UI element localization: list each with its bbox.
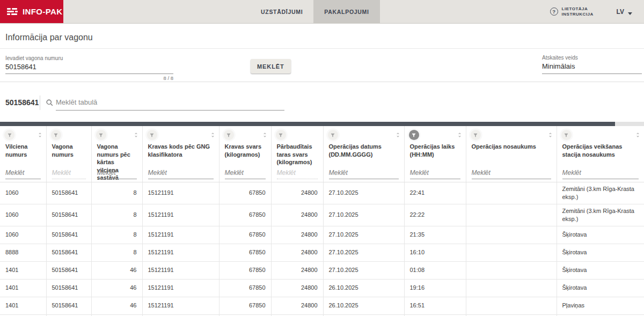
table-row: 106050158641815121191678502480027.10.202… (0, 182, 644, 204)
filter-icon[interactable] (328, 130, 338, 140)
column-filter-input[interactable] (410, 169, 460, 179)
table-cell: 50158641 (46, 204, 91, 226)
column-header: Pārbaudītais taras svars (kilogramos) (271, 126, 323, 182)
column-filter-input[interactable] (97, 169, 137, 179)
filter-icon[interactable] (224, 130, 234, 140)
table-cell: Šķirotava (557, 261, 644, 279)
table-cell: 8 (91, 182, 142, 204)
sort-icon[interactable] (262, 132, 268, 138)
table-cell: 24800 (271, 244, 323, 261)
chevron-down-icon (628, 12, 632, 15)
appbar-right: ? LIETOTĀJA INSTRUKCIJA LV (550, 0, 644, 23)
filter-icon[interactable] (96, 130, 106, 140)
search-button[interactable]: MEKLĒT (251, 59, 291, 74)
table-cell: Pļaviņas (557, 297, 644, 314)
table-cell: 67850 (219, 261, 271, 279)
filter-icon[interactable] (561, 130, 572, 140)
table-search-input[interactable] (56, 97, 284, 111)
table-cell: 67850 (219, 204, 271, 226)
table-cell: Šķirotava (557, 226, 644, 244)
sort-icon[interactable] (457, 132, 463, 138)
tab-pakalpojumi[interactable]: PAKALPOJUMI (313, 0, 379, 23)
help-icon: ? (550, 8, 558, 16)
nav-tabs: UZSTĀDĪJUMI PAKALPOJUMI (250, 0, 380, 23)
table-cell: 46 (91, 297, 142, 314)
table-cell: 8 (91, 244, 142, 261)
column-title: Vagona numurs (47, 140, 91, 158)
table-cell: 67850 (219, 182, 271, 204)
column-filter-input[interactable] (225, 169, 266, 179)
sort-icon[interactable] (635, 132, 641, 138)
table-cell: 8888 (0, 244, 46, 261)
toolbar-divider (40, 95, 40, 110)
column-header: Vagona numurs (46, 126, 91, 182)
filter-icon[interactable] (471, 130, 481, 140)
column-header: Operācijas veikšanas stacija nosaukums (557, 126, 644, 182)
column-title: Vilciena numurs (0, 140, 46, 158)
tab-uzstadijumi[interactable]: UZSTĀDĪJUMI (250, 0, 313, 23)
table-cell: 46 (91, 279, 142, 297)
search-form: Ievadiet vagona numuru 8 / 8 MEKLĒT Atsk… (0, 49, 644, 82)
report-type-select[interactable]: Atskaites veids Minimālais (542, 55, 642, 74)
table-cell (466, 204, 557, 226)
table-cell: 8 (91, 226, 142, 244)
column-filter-input (277, 169, 318, 179)
table-cell (466, 244, 557, 261)
table-cell: 50158641 (46, 297, 91, 314)
sort-icon[interactable] (395, 132, 401, 138)
column-filter-input (52, 169, 86, 179)
table-cell: 24800 (271, 204, 323, 226)
sort-icon[interactable] (37, 132, 43, 138)
language-code: LV (617, 8, 624, 16)
table-row: 888850158641815121191678502480027.10.202… (0, 244, 644, 261)
table-cell: 24800 (271, 279, 323, 297)
table-cell: 1060 (0, 226, 46, 244)
sort-icon[interactable] (133, 132, 139, 138)
wagon-number-input[interactable] (5, 61, 173, 74)
table-cell: 16:10 (404, 244, 466, 261)
app-logo[interactable]: INFO-PAK (0, 0, 63, 23)
table-row: 106050158641815121191678502480027.10.202… (0, 204, 644, 226)
column-title: Operācijas nosaukums (466, 140, 557, 151)
user-manual-link[interactable]: ? LIETOTĀJA INSTRUKCIJA (550, 6, 601, 17)
table-toolbar: 50158641 (0, 82, 644, 122)
search-icon (46, 99, 54, 109)
page-title: Informācija par vagonu (5, 33, 93, 42)
column-filter-input[interactable] (5, 169, 41, 179)
app-bar: INFO-PAK UZSTĀDĪJUMI PAKALPOJUMI ? LIETO… (0, 0, 644, 24)
table-cell: 67850 (219, 244, 271, 261)
table-cell: 1060 (0, 204, 46, 226)
column-filter-input[interactable] (472, 169, 551, 179)
table-cell: 24800 (271, 297, 323, 314)
column-filter-input[interactable] (148, 169, 214, 179)
language-selector[interactable]: LV (617, 8, 632, 16)
filter-icon[interactable] (4, 130, 14, 140)
column-header: Kravas svars (kilogramos) (219, 126, 271, 182)
table-cell (466, 261, 557, 279)
filter-icon[interactable] (276, 130, 286, 140)
table-row: 1401501586414615121191678502480027.10.20… (0, 261, 644, 279)
column-title: Operācijas laiks (HH:MM) (405, 140, 466, 158)
table-cell: 50158641 (46, 261, 91, 279)
column-filter-input[interactable] (329, 169, 399, 179)
filter-icon[interactable] (51, 130, 61, 140)
table-cell: 22:41 (404, 182, 466, 204)
column-filter-input[interactable] (562, 169, 639, 179)
filter-icon[interactable] (147, 130, 157, 140)
table-cell: 15121191 (142, 204, 219, 226)
table-row: 1401501586414615121191678502480026.10.20… (0, 279, 644, 297)
table-cell: Zemitāni (3.km Rīga-Krasta eksp.) (557, 204, 644, 226)
table-cell: 67850 (219, 226, 271, 244)
filter-icon[interactable] (409, 130, 419, 140)
sort-icon[interactable] (547, 132, 553, 138)
column-title: Kravas kods pēc GNG klasifikatora (143, 140, 219, 158)
table-cell (466, 226, 557, 244)
report-type-label: Atskaites veids (542, 55, 642, 61)
column-header: Vilciena numurs (0, 126, 46, 182)
table-cell: 16:51 (404, 297, 466, 314)
table-cell: 15121191 (142, 182, 219, 204)
table-cell: 27.10.2025 (323, 182, 404, 204)
sort-icon[interactable] (210, 132, 216, 138)
scrollbar-thumb[interactable] (0, 122, 615, 126)
table-cell: 24800 (271, 226, 323, 244)
